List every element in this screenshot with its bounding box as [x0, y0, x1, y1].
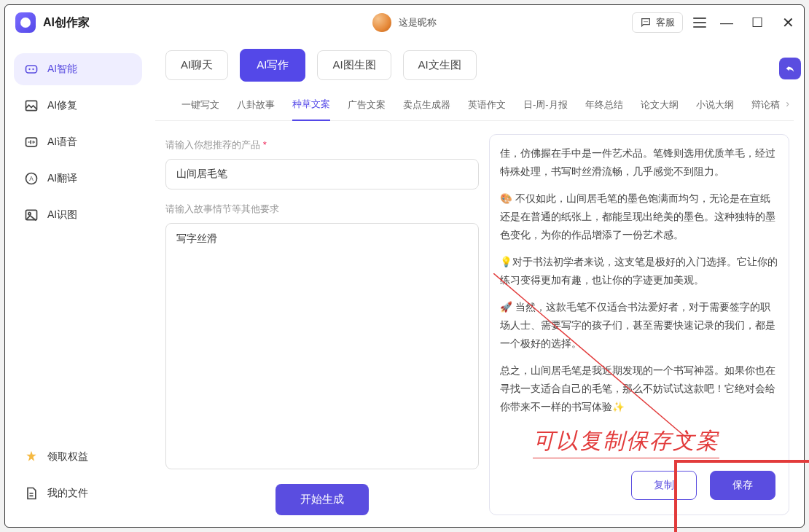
stab[interactable]: 日-周-月报	[523, 98, 568, 120]
image-repair-icon	[24, 98, 39, 113]
voice-icon	[24, 135, 39, 149]
support-label: 客服	[656, 16, 675, 29]
sidebar-item-ai-repair[interactable]: AI修复	[14, 90, 142, 122]
sidebar-item-label: 我的文件	[47, 487, 88, 500]
stab[interactable]: 一键写文	[181, 98, 219, 120]
app-window: AI创作家 这是昵称 客服 — ☐ ✕ AI智能	[4, 4, 805, 528]
translate-icon: A	[24, 171, 39, 186]
tab-ai-txt2img[interactable]: AI文生图	[403, 50, 477, 80]
file-icon	[24, 486, 39, 501]
sidebar-item-ai-voice[interactable]: AI语音	[14, 126, 142, 158]
app-title: AI创作家	[43, 15, 90, 31]
tab-ai-write[interactable]: AI写作	[240, 49, 305, 82]
chat-icon	[640, 17, 652, 28]
svg-text:A: A	[29, 175, 34, 182]
avatar	[372, 13, 391, 32]
primary-tabs: AI聊天 AI写作 AI图生图 AI文生图	[155, 49, 794, 90]
output-paragraph: 佳，仿佛握在手中是一件艺术品。笔锋则选用优质羊毛，经过特殊处理，书写时丝滑流畅，…	[500, 145, 778, 181]
svg-point-11	[28, 213, 31, 215]
output-paragraph: 🎨 不仅如此，山间居毛笔的墨色饱满而均匀，无论是在宣纸还是在普通的纸张上，都能呈…	[500, 190, 778, 245]
product-field-label: 请输入你想推荐的产品 *	[165, 138, 479, 152]
content-area: 请输入你想推荐的产品 * 请输入故事情节等其他要求 开始生成 佳，仿佛握在手中是…	[155, 121, 794, 527]
user-chip[interactable]: 这是昵称	[372, 13, 437, 32]
titlebar: AI创作家 这是昵称 客服 — ☐ ✕	[5, 5, 804, 40]
detail-textarea[interactable]	[165, 223, 479, 469]
reply-icon	[784, 63, 796, 74]
sidebar-item-label: AI语音	[47, 136, 77, 149]
sidebar-item-ai-smart[interactable]: AI智能	[14, 53, 142, 85]
sidebar-item-label: 领取权益	[47, 450, 88, 463]
sidebar-item-my-files[interactable]: 我的文件	[14, 477, 142, 509]
stab[interactable]: 年终总结	[585, 98, 623, 120]
tab-ai-chat[interactable]: AI聊天	[165, 50, 228, 80]
hamburger-icon[interactable]	[693, 17, 706, 28]
stab[interactable]: 小说大纲	[696, 98, 734, 120]
sidebar-item-label: AI翻译	[47, 172, 77, 185]
output-paragraph: 🚀 当然，这款毛笔不仅适合书法爱好者，对于需要签字的职场人士、需要写字的孩子们，…	[500, 299, 778, 353]
sidebar-item-label: AI修复	[47, 99, 77, 112]
stab[interactable]: 卖点生成器	[403, 98, 450, 120]
svg-rect-3	[26, 66, 37, 73]
nickname: 这是昵称	[399, 16, 437, 29]
output-paragraph: 💡对于书法初学者来说，这支笔是极好的入门选择。它让你的练习变得更加有趣，也让你的…	[500, 254, 778, 290]
share-back-button[interactable]	[779, 58, 801, 79]
window-minimize-button[interactable]: —	[716, 15, 737, 31]
gift-icon	[24, 450, 39, 464]
sidebar-item-label: AI智能	[47, 63, 77, 76]
image-recognition-icon	[24, 208, 39, 222]
form-column: 请输入你想推荐的产品 * 请输入故事情节等其他要求 开始生成	[165, 134, 479, 515]
output-text[interactable]: 佳，仿佛握在手中是一件艺术品。笔锋则选用优质羊毛，经过特殊处理，书写时丝滑流畅，…	[500, 145, 789, 459]
window-maximize-button[interactable]: ☐	[747, 15, 767, 31]
stab-active[interactable]: 种草文案	[292, 98, 330, 121]
save-button[interactable]: 保存	[710, 471, 775, 500]
svg-point-0	[644, 21, 644, 22]
sidebar-item-label: AI识图	[47, 208, 77, 222]
product-input[interactable]	[165, 159, 479, 189]
output-paragraph: 总之，山间居毛笔是我近期发现的一个书写神器。如果你也在寻找一支适合自己的毛笔，那…	[500, 362, 778, 417]
sidebar: AI智能 AI修复 AI语音 A AI翻译	[5, 40, 151, 527]
svg-point-4	[28, 69, 30, 70]
secondary-tabs: 一键写文 八卦故事 种草文案 广告文案 卖点生成器 英语作文 日-周-月报 年终…	[155, 90, 794, 121]
copy-button[interactable]: 复制	[631, 471, 697, 500]
stab[interactable]: 论文大纲	[641, 98, 679, 120]
output-column: 佳，仿佛握在手中是一件艺术品。笔锋则选用优质羊毛，经过特殊处理，书写时丝滑流畅，…	[489, 134, 789, 515]
stab[interactable]: 辩论稿	[751, 98, 780, 120]
main-panel: AI聊天 AI写作 AI图生图 AI文生图 一键写文 八卦故事 种草文案 广告文…	[151, 40, 804, 527]
svg-point-1	[645, 21, 646, 22]
generate-button[interactable]: 开始生成	[275, 484, 369, 515]
window-close-button[interactable]: ✕	[778, 14, 798, 31]
tabs-more-icon[interactable]: ›	[786, 98, 789, 109]
sidebar-item-ai-image[interactable]: AI识图	[14, 199, 142, 231]
sparkle-icon	[24, 62, 39, 77]
svg-point-2	[646, 21, 647, 22]
sidebar-item-rewards[interactable]: 领取权益	[14, 441, 142, 473]
tab-ai-img2img[interactable]: AI图生图	[317, 50, 391, 80]
stab[interactable]: 英语作文	[468, 98, 506, 120]
sidebar-item-ai-translate[interactable]: A AI翻译	[14, 163, 142, 195]
output-actions: 复制 保存	[500, 459, 789, 504]
svg-point-5	[32, 69, 34, 70]
app-logo	[15, 12, 36, 33]
support-button[interactable]: 客服	[632, 12, 683, 33]
stab[interactable]: 广告文案	[348, 98, 386, 120]
detail-field-label: 请输入故事情节等其他要求	[165, 203, 479, 216]
stab[interactable]: 八卦故事	[237, 98, 275, 120]
